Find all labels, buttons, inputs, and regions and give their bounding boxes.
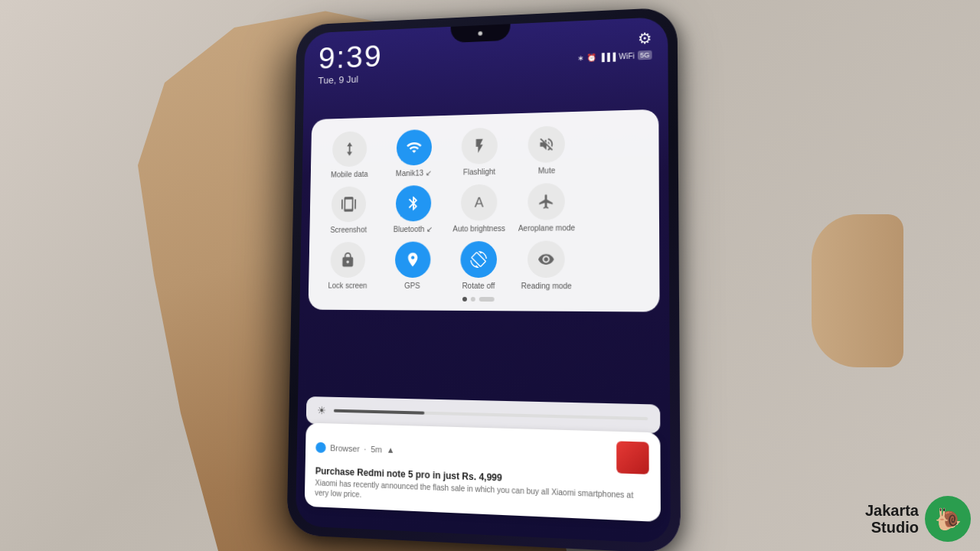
- notification-app-row: Browser · 5m ▲: [315, 442, 394, 455]
- alarm-status-icon: ⏰: [586, 53, 596, 61]
- browser-app-icon: [315, 442, 325, 453]
- qs-item-mute[interactable]: Mute: [517, 126, 577, 176]
- qs-item-gps[interactable]: GPS: [384, 241, 442, 290]
- aeroplane-label: Aeroplane mode: [518, 223, 575, 233]
- gps-icon: [394, 242, 430, 278]
- dot-1: [462, 297, 467, 302]
- flashlight-icon: [462, 128, 498, 165]
- qs-item-flashlight[interactable]: Flashlight: [450, 127, 509, 178]
- signal-status-icon: ▐▐▐: [599, 52, 616, 61]
- qs-item-reading[interactable]: Reading mode: [516, 240, 577, 291]
- screenshot-label: Screenshot: [330, 226, 367, 235]
- watermark-line1: Jakarta: [865, 502, 919, 519]
- screenshot-icon: [332, 186, 367, 222]
- qs-item-screenshot[interactable]: Screenshot: [320, 186, 377, 235]
- date-display: Tue, 9 Jul: [318, 73, 382, 86]
- phone-body: 9:39 Tue, 9 Jul ⚙ ∗ ⏰ ▐▐▐ WiFi 5G: [286, 7, 681, 551]
- finger-right: [812, 214, 903, 367]
- watermark-line2: Studio: [865, 519, 919, 536]
- brightness-track[interactable]: [334, 409, 648, 421]
- wifi-icon: [396, 129, 432, 166]
- qs-item-bluetooth[interactable]: Bluetooth ↙: [384, 185, 443, 234]
- pagination-dots: [319, 296, 648, 302]
- notification-thumbnail: [616, 441, 649, 474]
- qs-item-aeroplane[interactable]: Aeroplane mode: [516, 183, 577, 233]
- reading-icon: [528, 240, 565, 278]
- qs-item-rotate[interactable]: Rotate off: [449, 241, 508, 291]
- qs-item-auto-brightness[interactable]: A Auto brightness: [449, 184, 509, 233]
- lock-screen-label: Lock screen: [328, 282, 367, 291]
- status-icons-row: ∗ ⏰ ▐▐▐ WiFi 5G: [577, 51, 652, 63]
- rotate-label: Rotate off: [462, 282, 495, 291]
- phone: 9:39 Tue, 9 Jul ⚙ ∗ ⏰ ▐▐▐ WiFi 5G: [286, 7, 681, 551]
- watermark-text: Jakarta Studio: [865, 502, 919, 536]
- phone-screen: 9:39 Tue, 9 Jul ⚙ ∗ ⏰ ▐▐▐ WiFi 5G: [296, 17, 671, 544]
- network-status-icon: 5G: [638, 51, 652, 60]
- bluetooth-label: Bluetooth ↙: [394, 225, 433, 234]
- watermark: Jakarta Studio 🐌: [865, 496, 971, 542]
- time-display: 9:39: [318, 41, 383, 73]
- notification-time: ·: [364, 445, 366, 454]
- qs-item-lock-screen[interactable]: Lock screen: [319, 242, 377, 291]
- dot-end: [479, 297, 495, 302]
- wifi-label: Manik13 ↙: [396, 168, 432, 178]
- notification-expand-icon: ▲: [387, 445, 395, 455]
- notification-time-value: 5m: [371, 445, 382, 455]
- notification-app-name: Browser: [330, 443, 360, 453]
- auto-brightness-label: Auto brightness: [452, 224, 505, 233]
- aeroplane-icon: [528, 183, 566, 220]
- mobile-data-icon: [332, 131, 368, 167]
- brightness-sun-icon: ☀: [317, 404, 327, 416]
- front-camera: [478, 31, 482, 36]
- mobile-data-label: Mobile data: [331, 170, 368, 179]
- wifi-status-icon: WiFi: [619, 51, 635, 60]
- bluetooth-status-icon: ∗: [577, 54, 583, 62]
- qs-item-mobile-data[interactable]: Mobile data: [322, 131, 378, 180]
- reading-label: Reading mode: [521, 282, 572, 291]
- auto-brightness-icon: A: [461, 184, 498, 221]
- notification-card[interactable]: Browser · 5m ▲ Purchase Redmi note 5 pro…: [305, 423, 661, 523]
- watermark-logo: 🐌: [925, 496, 971, 542]
- lock-screen-icon: [330, 242, 365, 278]
- bluetooth-icon: [395, 185, 431, 222]
- mute-label: Mute: [538, 166, 555, 175]
- gps-label: GPS: [404, 282, 420, 291]
- quick-settings-panel: Mobile data Manik13 ↙ Flas: [309, 109, 660, 312]
- snail-icon: 🐌: [935, 507, 962, 532]
- time-section: 9:39 Tue, 9 Jul: [318, 41, 382, 86]
- rotate-icon: [460, 241, 497, 278]
- flashlight-label: Flashlight: [463, 168, 495, 178]
- qs-item-wifi[interactable]: Manik13 ↙: [385, 129, 443, 179]
- settings-gear-icon[interactable]: ⚙: [638, 29, 652, 48]
- mute-icon: [528, 126, 565, 163]
- qs-grid: Mobile data Manik13 ↙ Flas: [319, 123, 648, 291]
- dot-2: [471, 297, 475, 302]
